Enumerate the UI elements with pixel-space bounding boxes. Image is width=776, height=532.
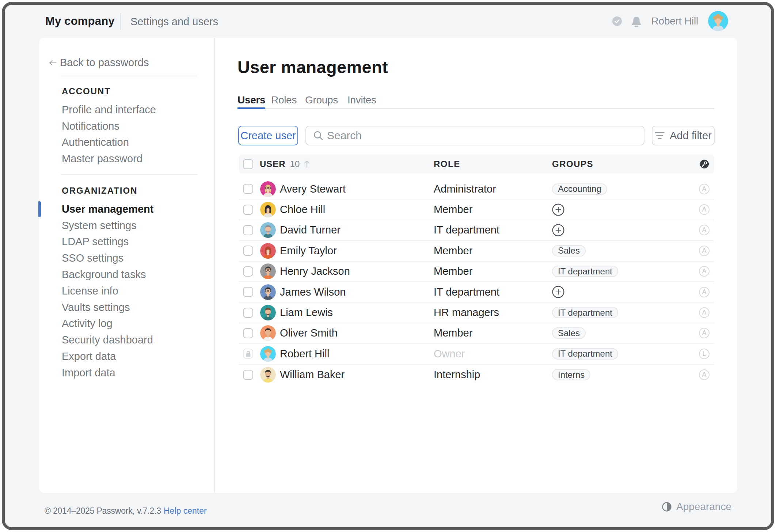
user-name[interactable]: David Turner xyxy=(280,224,341,236)
user-row-avery-stewart: Avery StewartAdministratorAccountingA xyxy=(239,179,714,200)
sidebar-item-label: Master password xyxy=(62,153,142,165)
bell-icon[interactable] xyxy=(631,16,642,28)
user-role: Member xyxy=(434,204,472,216)
sidebar-item-export-data[interactable]: Export data xyxy=(62,348,208,365)
table-header: USER 10 ROLE GROUPS xyxy=(239,155,714,174)
user-name[interactable]: Chloe Hill xyxy=(280,204,325,216)
add-filter-button[interactable]: Add filter xyxy=(652,126,715,145)
user-name[interactable]: Liam Lewis xyxy=(280,307,333,319)
current-user-name[interactable]: Robert Hill xyxy=(651,15,698,27)
sidebar-item-system-settings[interactable]: System settings xyxy=(62,217,208,234)
user-name[interactable]: Henry Jackson xyxy=(280,265,350,277)
user-name[interactable]: William Baker xyxy=(280,369,345,381)
check-circle-icon[interactable] xyxy=(612,16,622,26)
row-checkbox[interactable] xyxy=(243,328,253,338)
sidebar-item-label: Background tasks xyxy=(62,269,146,281)
group-chip[interactable]: IT department xyxy=(552,266,618,277)
sidebar-item-label: License info xyxy=(62,285,118,297)
sidebar-item-activity-log[interactable]: Activity log xyxy=(62,316,208,332)
column-header-user[interactable]: USER xyxy=(260,159,286,169)
auth-type-badge: A xyxy=(699,204,710,215)
select-all-checkbox[interactable] xyxy=(243,159,253,169)
sidebar-item-authentication[interactable]: Authentication xyxy=(62,134,208,151)
lock-icon xyxy=(246,351,251,357)
sidebar-item-label: Import data xyxy=(62,367,115,379)
active-item-indicator xyxy=(38,201,41,217)
row-checkbox[interactable] xyxy=(243,287,253,297)
column-header-role[interactable]: ROLE xyxy=(434,159,460,169)
sidebar-item-security-dashboard[interactable]: Security dashboard xyxy=(62,332,208,348)
user-row-emily-taylor: Emily TaylorMemberSalesA xyxy=(239,241,714,261)
user-role: IT department xyxy=(434,286,499,298)
company-name[interactable]: My company xyxy=(45,15,115,28)
search-input[interactable] xyxy=(327,126,644,145)
avatar-emily-taylor xyxy=(260,243,276,259)
user-role: Member xyxy=(434,265,472,277)
help-center-link[interactable]: Help center xyxy=(164,506,207,516)
group-chip[interactable]: Accounting xyxy=(552,183,607,195)
tab-users[interactable]: Users xyxy=(237,94,265,109)
row-checkbox[interactable] xyxy=(243,246,253,256)
column-header-groups[interactable]: GROUPS xyxy=(552,159,593,169)
key-icon[interactable] xyxy=(700,160,709,168)
user-name[interactable]: Emily Taylor xyxy=(280,245,337,257)
tab-invites[interactable]: Invites xyxy=(347,94,376,107)
topbar-divider xyxy=(120,13,121,30)
sidebar-item-label: LDAP settings xyxy=(62,236,129,248)
back-arrow-icon xyxy=(49,59,57,66)
row-checkbox[interactable] xyxy=(243,225,253,235)
sort-arrow-up-icon[interactable] xyxy=(303,160,311,168)
auth-type-badge: A xyxy=(699,225,710,235)
user-row-david-turner: David TurnerIT department A xyxy=(239,220,714,241)
sidebar-item-label: Export data xyxy=(62,350,116,362)
row-checkbox[interactable] xyxy=(243,266,253,277)
user-name[interactable]: James Wilson xyxy=(280,286,346,298)
auth-type-badge: A xyxy=(699,369,710,380)
tab-roles[interactable]: Roles xyxy=(271,94,297,107)
avatar-chloe-hill xyxy=(260,202,276,217)
user-name[interactable]: Oliver Smith xyxy=(280,327,338,339)
group-chip[interactable]: Interns xyxy=(552,369,590,380)
row-checkbox[interactable] xyxy=(243,184,253,194)
sidebar-item-sso-settings[interactable]: SSO settings xyxy=(62,250,208,266)
sidebar-item-import-data[interactable]: Import data xyxy=(62,365,208,381)
add-filter-label: Add filter xyxy=(670,130,711,142)
row-checkbox[interactable] xyxy=(243,370,253,380)
sidebar-item-ldap-settings[interactable]: LDAP settings xyxy=(62,234,208,250)
user-name[interactable]: Avery Stewart xyxy=(280,183,346,195)
row-checkbox[interactable] xyxy=(243,308,253,318)
sidebar-item-label: Notifications xyxy=(62,120,119,132)
add-group-button[interactable] xyxy=(552,286,564,298)
sidebar-item-user-management[interactable]: User management xyxy=(62,201,208,217)
current-user-avatar[interactable] xyxy=(708,11,728,31)
breadcrumb-section[interactable]: Settings and users xyxy=(130,16,218,28)
add-group-button[interactable] xyxy=(552,224,564,236)
create-user-button[interactable]: Create user xyxy=(238,126,298,145)
sidebar-item-label: User management xyxy=(62,203,153,215)
current-user-avatar-image xyxy=(708,11,728,31)
add-group-button[interactable] xyxy=(552,204,564,216)
avatar-william-baker xyxy=(260,367,276,383)
user-role: Internship xyxy=(434,369,480,381)
avatar-james-wilson xyxy=(260,284,276,300)
back-to-passwords-link[interactable]: Back to passwords xyxy=(49,57,149,69)
sidebar-item-master-password[interactable]: Master password xyxy=(62,151,208,167)
appearance-toggle[interactable]: Appearance xyxy=(662,501,731,513)
group-chip[interactable]: IT department xyxy=(552,348,618,360)
group-chip[interactable]: Sales xyxy=(552,327,586,339)
half-circle-icon xyxy=(662,502,672,512)
group-chip[interactable]: Sales xyxy=(552,245,586,256)
group-chip[interactable]: IT department xyxy=(552,307,618,318)
auth-type-badge: A xyxy=(699,328,710,338)
app-window: My company Settings and users Robert Hil… xyxy=(0,0,776,532)
sidebar-item-vaults-settings[interactable]: Vaults settings xyxy=(62,299,208,316)
user-name[interactable]: Robert Hill xyxy=(280,348,329,360)
sidebar-item-license-info[interactable]: License info xyxy=(62,283,208,299)
sidebar-item-notifications[interactable]: Notifications xyxy=(62,118,208,134)
sidebar-item-label: Activity log xyxy=(62,318,113,330)
tab-groups[interactable]: Groups xyxy=(305,94,338,107)
row-checkbox[interactable] xyxy=(243,205,253,215)
sidebar-item-background-tasks[interactable]: Background tasks xyxy=(62,266,208,283)
search-icon xyxy=(313,130,324,141)
avatar-robert-hill xyxy=(260,346,276,362)
